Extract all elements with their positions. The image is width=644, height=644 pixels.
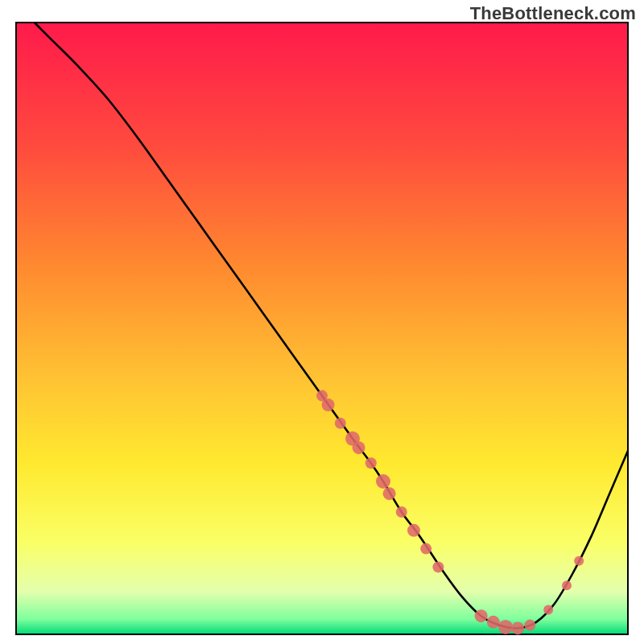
datapoint	[376, 474, 390, 489]
datapoint	[511, 621, 524, 634]
datapoint	[498, 620, 513, 634]
chart-container: TheBottleneck.com	[0, 0, 644, 644]
plot-background	[16, 23, 628, 634]
datapoint	[407, 524, 420, 537]
datapoint	[487, 616, 500, 629]
datapoint	[383, 487, 396, 500]
datapoint	[562, 580, 572, 590]
datapoint	[322, 398, 335, 411]
datapoint	[365, 457, 377, 469]
datapoint	[432, 561, 444, 572]
datapoint	[396, 506, 407, 518]
bottleneck-chart	[0, 0, 644, 644]
datapoint	[543, 605, 553, 615]
datapoint	[335, 418, 346, 429]
watermark-text: TheBottleneck.com	[470, 3, 636, 24]
datapoint	[475, 609, 488, 622]
datapoint	[420, 543, 431, 555]
datapoint	[524, 620, 535, 631]
datapoint	[353, 441, 365, 454]
datapoint	[574, 556, 584, 566]
